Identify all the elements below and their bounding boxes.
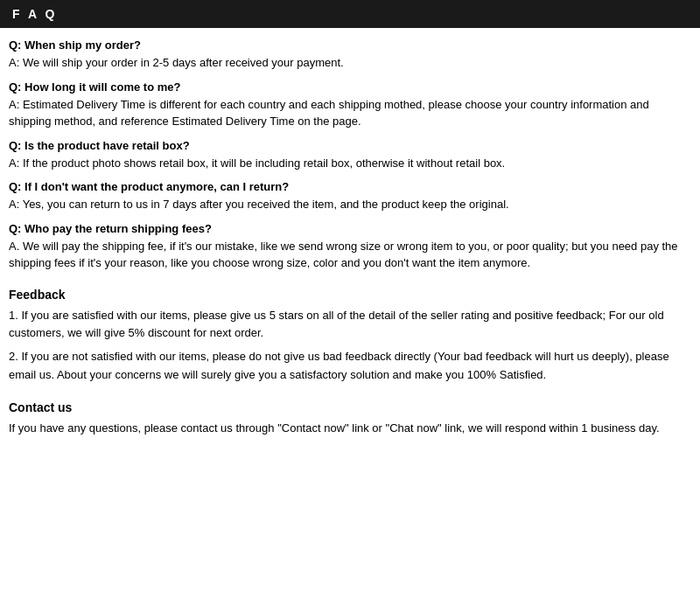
feedback-title: Feedback (9, 288, 691, 302)
qa-block: Q: How long it will come to me?A: Estima… (9, 80, 691, 130)
contact-section: Contact us If you have any questions, pl… (9, 400, 691, 438)
answer-text: A: Estimated Delivery Time is different … (9, 96, 691, 130)
answer-text: A. We will pay the shipping fee, if it's… (9, 238, 691, 272)
qa-block: Q: Is the product have retail box?A: If … (9, 139, 691, 172)
feedback-section: Feedback 1. If you are satisfied with ou… (9, 288, 691, 385)
answer-text: A: If the product photo shows retail box… (9, 155, 691, 172)
question-text: Q: If I don't want the product anymore, … (9, 180, 691, 193)
feedback-item: 2. If you are not satisfied with our ite… (9, 348, 691, 385)
qa-block: Q: When ship my order?A: We will ship yo… (9, 38, 691, 72)
faq-header: F A Q (0, 0, 700, 28)
answer-text: A: Yes, you can return to us in 7 days a… (9, 196, 691, 213)
question-text: Q: How long it will come to me? (9, 80, 691, 94)
question-text: Q: Who pay the return shipping fees? (9, 222, 691, 235)
faq-section: Q: When ship my order?A: We will ship yo… (9, 38, 691, 272)
content-area: Q: When ship my order?A: We will ship yo… (0, 37, 700, 451)
qa-block: Q: Who pay the return shipping fees?A. W… (9, 222, 691, 272)
question-text: Q: Is the product have retail box? (9, 139, 691, 152)
contact-title: Contact us (9, 400, 691, 414)
question-text: Q: When ship my order? (9, 38, 691, 52)
qa-block: Q: If I don't want the product anymore, … (9, 180, 691, 213)
contact-text: If you have any questions, please contac… (9, 420, 691, 438)
answer-text: A: We will ship your order in 2-5 days a… (9, 54, 691, 72)
feedback-item: 1. If you are satisfied with our items, … (9, 307, 691, 344)
